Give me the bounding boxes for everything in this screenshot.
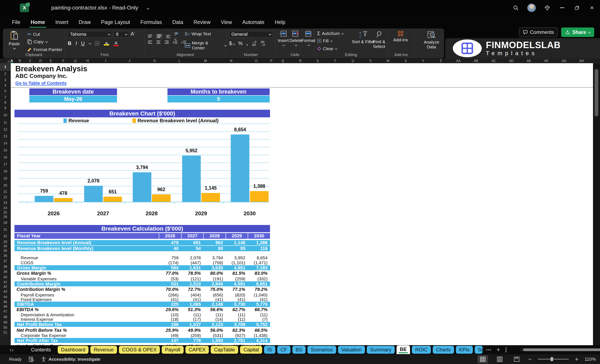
table-of-contents-link[interactable]: Go to Table of Contents (15, 81, 66, 86)
column-header-L[interactable]: L (179, 58, 180, 63)
new-sheet-button[interactable]: + (497, 346, 500, 353)
zoom-in-button[interactable]: + (575, 356, 578, 363)
column-header-T[interactable]: T (334, 58, 336, 63)
sheet-tab-so[interactable]: So (475, 346, 483, 354)
column-header-N[interactable]: N (230, 58, 232, 63)
row-header-7[interactable]: 7 (0, 95, 10, 100)
increase-font-size-button[interactable]: A^ (131, 31, 135, 37)
table-row[interactable]: Depreciation & Amortization(10)(11)(11)(… (14, 312, 270, 317)
sheet-tab-charts[interactable]: Charts (433, 346, 454, 354)
align-middle-button[interactable] (156, 34, 162, 38)
row-header-15[interactable]: 15 (0, 147, 10, 154)
cut-button[interactable]: ✂Cut (27, 31, 40, 37)
sheet-tab-scenarios[interactable]: Scenarios (308, 346, 336, 354)
align-center-icon[interactable] (156, 40, 161, 44)
share-button[interactable]: Share (561, 27, 594, 37)
sheet-tab-cogs-opex[interactable]: COGS & OPEX (119, 346, 160, 354)
copy-button[interactable]: Copy (27, 39, 47, 44)
row-header-45[interactable]: 45 (0, 300, 10, 304)
row-header-3[interactable]: 3 (0, 77, 10, 83)
next-sheet-button[interactable]: › (12, 346, 14, 353)
row-header-12[interactable]: 12 (0, 127, 10, 133)
row-header-51[interactable]: 51 (0, 330, 10, 335)
format-painter-button[interactable]: Format Painter (27, 47, 62, 52)
search-icon[interactable] (512, 4, 519, 11)
column-header-R[interactable]: R (299, 58, 302, 63)
row-header-50[interactable]: 50 (0, 325, 10, 330)
sheet-tab-be[interactable]: BE (397, 346, 410, 354)
row-header-29[interactable]: 29 (0, 219, 10, 227)
column-header-D[interactable]: D (39, 58, 42, 63)
table-row[interactable]: Variable Expenses(53)(121)(191)(259)(332… (14, 276, 270, 281)
column-header-Z[interactable]: Z (440, 58, 442, 63)
column-header-Q[interactable]: Q (281, 58, 284, 63)
row-header-46[interactable]: 46 (0, 304, 10, 309)
column-header-H[interactable]: H (86, 58, 89, 63)
row-header-34[interactable]: 34 (0, 244, 10, 248)
row-header-24[interactable]: 24 (0, 206, 10, 210)
row-header-38[interactable]: 38 (0, 264, 10, 269)
table-row[interactable]: Revenue Breakeven level (Annual)47865196… (14, 240, 270, 246)
menu-tab-review[interactable]: Review (193, 18, 211, 27)
decrease-indent-icon[interactable] (172, 40, 178, 44)
sheet-tab-kpis[interactable]: KPIs (456, 346, 473, 354)
table-row[interactable]: COGS(174)(447)(759)(1,101)(1,471) (14, 260, 270, 265)
sheet-options-button[interactable] (506, 347, 506, 352)
column-header-AA[interactable]: AA (456, 58, 460, 63)
row-header-47[interactable]: 47 (0, 309, 10, 314)
autosum-button[interactable]: ΣAutoSum (317, 31, 343, 36)
menu-tab-help[interactable]: Help (274, 18, 286, 27)
sheet-tab-roic[interactable]: ROIC (412, 346, 431, 354)
column-header-V[interactable]: V (369, 58, 372, 63)
row-header-5[interactable]: 5 (0, 88, 10, 95)
minimize-button[interactable] (559, 4, 566, 11)
column-header-K[interactable]: K (154, 58, 156, 63)
column-header-O[interactable]: O (255, 58, 258, 63)
column-header-Y[interactable]: Y (422, 58, 424, 63)
table-row[interactable]: Net Profit Before Tax %25.9%49.9%56.0%62… (14, 328, 270, 333)
column-header-P[interactable]: P (270, 58, 272, 63)
find-select-button[interactable]: Find & Select (371, 31, 388, 49)
user-avatar[interactable] (527, 3, 536, 12)
column-header-J[interactable]: J (129, 58, 130, 63)
sheet-tab-capex[interactable]: CAPEX (186, 346, 209, 354)
normal-view-button[interactable] (478, 355, 488, 363)
column-header-S[interactable]: S (317, 58, 319, 63)
sheet-tab-dashboard[interactable]: Dashboard (58, 346, 88, 354)
zoom-slider[interactable] (538, 359, 569, 359)
row-header-18[interactable]: 18 (0, 168, 10, 175)
row-header-22[interactable]: 22 (0, 194, 10, 200)
row-header-8[interactable]: 8 (0, 100, 10, 105)
row-header-16[interactable]: 16 (0, 154, 10, 161)
column-header-A[interactable]: A (10, 58, 13, 63)
zoom-out-button[interactable]: − (528, 356, 532, 363)
column-header-AF[interactable]: AF (544, 58, 549, 63)
clear-button[interactable]: Clear (317, 46, 337, 51)
table-row[interactable]: EBITDA2251,0652,1483,7305,770 (14, 302, 270, 307)
row-header-40[interactable]: 40 (0, 274, 10, 280)
table-row[interactable]: Payroll Expenses(266)(404)(656)(820)(1,0… (14, 292, 270, 297)
sheet-tab-bs[interactable]: BS (292, 346, 306, 354)
menu-tab-page-layout[interactable]: Page Layout (101, 18, 131, 27)
row-header-39[interactable]: 39 (0, 269, 10, 274)
column-header-W[interactable]: W (386, 58, 390, 63)
menu-tab-file[interactable]: File (12, 18, 21, 27)
row-header-32[interactable]: 32 (0, 233, 10, 240)
table-row[interactable]: Fixed Expenses(41)(41)(41)(41)(41) (14, 297, 270, 302)
table-row[interactable]: Contribution Margin %70.0%72.7%75.0%77.1… (14, 287, 270, 292)
table-row[interactable]: Revenue7592,0783,7945,9528,654 (14, 255, 270, 260)
number-format-combo[interactable]: General (229, 31, 273, 38)
row-header-33[interactable]: 33 (0, 240, 10, 244)
table-row[interactable]: Corporate Tax Expense(49)(259)(531)(927)… (14, 333, 270, 337)
column-header-AD[interactable]: AD (509, 58, 514, 63)
underline-dropdown-chevron-icon[interactable] (89, 42, 91, 45)
menu-tab-insert[interactable]: Insert (55, 18, 69, 27)
addins-button[interactable]: Add-ins (393, 31, 408, 42)
column-header-C[interactable]: C (29, 58, 31, 63)
font-color-button[interactable]: A (113, 40, 119, 46)
row-header-48[interactable]: 48 (0, 314, 10, 320)
zoom-slider-thumb[interactable] (551, 357, 553, 361)
row-header-13[interactable]: 13 (0, 133, 10, 140)
row-header-9[interactable]: 9 (0, 105, 10, 111)
row-header-42[interactable]: 42 (0, 284, 10, 289)
